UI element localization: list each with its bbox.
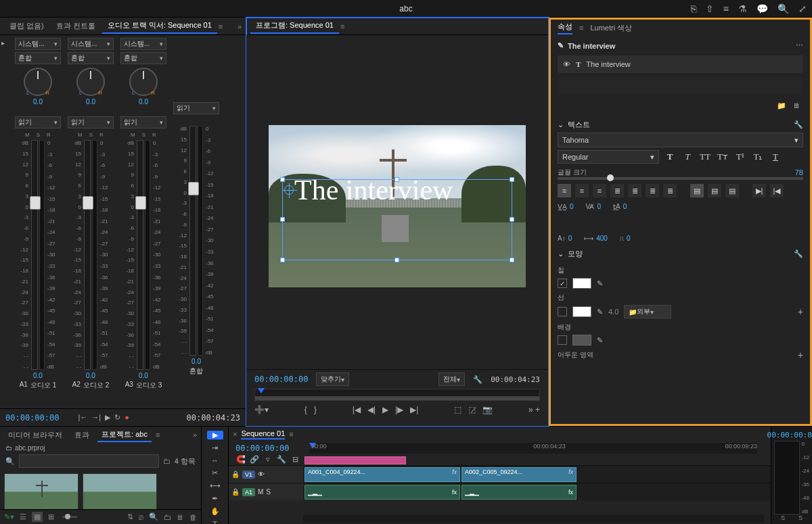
tracking-value[interactable]: 0 [570,203,574,210]
faux-bold-btn[interactable]: T [663,150,677,164]
justify-center-btn[interactable]: ≣ [628,184,641,197]
tab-effects[interactable]: 효과 [70,429,93,442]
find-icon[interactable]: 🔍 [149,513,158,521]
lock-icon[interactable]: 🔒 [231,471,240,478]
close-tab-icon[interactable]: × [233,430,237,438]
play-icon[interactable]: ▶ [105,413,110,422]
justify-right-btn[interactable]: ≣ [646,184,659,197]
extract-icon[interactable]: ⬚̷ [468,405,476,414]
mix-select[interactable]: 혼합 [15,52,61,64]
timeline-timecode[interactable]: 00:00:00:00 [235,444,289,453]
layer-empty-row[interactable] [558,77,803,95]
stroke-width-value[interactable]: 4.0 [608,308,618,316]
tab-lumetri[interactable]: Lumetri 색상 [590,23,632,33]
tab-project[interactable]: 프로젝트: abc [97,428,152,442]
ltr-btn[interactable]: ▶| [752,184,766,197]
volume-fader[interactable] [137,140,143,370]
program-canvas[interactable]: The interview [269,125,526,287]
chat-icon[interactable]: 💬 [757,3,768,14]
track-label-v1[interactable]: V1 [242,471,255,479]
tab-source-none[interactable]: 클립 없음) [4,19,49,33]
project-clip-thumb[interactable] [4,473,78,509]
tab-program[interactable]: 프로그램: Sequence 01 [250,18,339,34]
small-caps-btn[interactable]: Tᴛ [716,150,729,164]
metric-value[interactable]: 0 [627,235,631,242]
bus-select[interactable]: 시스템... [15,38,61,50]
font-size-value[interactable]: 78 [795,168,803,176]
slip-tool[interactable]: ⟷ [207,481,223,490]
subscript-btn[interactable]: T₁ [751,150,765,164]
align-center-btn[interactable]: ≡ [575,184,589,197]
solo-btn[interactable]: S [37,132,40,138]
align-right-btn[interactable]: ≡ [593,184,606,197]
text-top-btn[interactable]: ▤ [690,184,704,197]
justify-left-btn[interactable]: ≣ [610,184,624,197]
font-family-select[interactable]: Tahoma▾ [558,133,803,147]
button-editor-icon[interactable]: » + [528,405,540,414]
leading-value[interactable]: 0 [623,203,627,210]
mix-select[interactable]: 혼합 [120,52,166,64]
mute-icon[interactable]: M [258,488,263,496]
text-section-header[interactable]: ⌄ 텍스트 🔧 [558,117,803,133]
mute-btn[interactable]: M [25,132,30,138]
ripple-tool[interactable]: ↔ [207,456,223,465]
automation-select[interactable]: 읽기 [173,102,219,114]
eyedropper-icon[interactable]: ✎ [597,336,603,345]
zoom-fit-select[interactable]: 맞추기 [316,373,349,386]
stroke-checkbox[interactable] [558,307,567,316]
share-icon[interactable]: ⇧ [706,3,714,14]
solo-r-btn[interactable]: S [798,515,803,521]
font-size-slider[interactable] [558,177,803,180]
record-icon[interactable]: ● [125,413,129,422]
level-value[interactable]: 0.0 [33,372,43,379]
mixer-left-timecode[interactable]: 00:00:00:00 [5,413,59,423]
zoom-slider[interactable] [62,516,77,518]
mix-select[interactable]: 혼합 [68,52,114,64]
icon-view-icon[interactable]: ▦ [32,512,43,522]
go-to-in-icon[interactable]: |← [78,413,87,422]
tab-effect-controls[interactable]: 효과 컨트롤 [51,19,101,33]
automation-select[interactable]: 읽기 [120,116,166,128]
tab-audio-mixer[interactable]: 오디오 트랙 믹서: Sequence 01 [102,18,217,34]
project-clip-thumb[interactable] [83,473,157,509]
go-to-out-icon[interactable]: →| [91,413,101,422]
mark-out-icon[interactable]: } [314,405,317,414]
settings-icon[interactable]: 🔧 [276,455,287,464]
pan-knob[interactable]: LR [76,68,105,96]
panel-menu-icon[interactable]: ≡ [579,24,583,32]
type-tool[interactable]: T [207,520,223,524]
audio-clip[interactable]: ▁▂▁fx [461,485,577,500]
maximize-icon[interactable]: ⤢ [798,3,807,14]
faux-italic-btn[interactable]: T [681,150,694,164]
linked-selection-icon[interactable]: 🔗 [249,455,260,464]
solo-icon[interactable]: S [266,488,271,496]
text-layer-row[interactable]: 👁 T The interview [558,55,803,73]
workspaces-icon[interactable]: ≡ [723,3,729,14]
new-item-icon[interactable]: 🗎 [177,513,184,521]
superscript-btn[interactable]: T¹ [734,150,747,164]
volume-fader[interactable] [31,140,38,370]
playhead-icon[interactable] [309,443,316,448]
pen-tool[interactable]: ✒ [207,494,223,503]
automation-select[interactable]: 읽기 [15,116,61,128]
wrench-icon[interactable]: 🔧 [794,249,803,258]
bus-select[interactable]: 시스템... [120,38,166,50]
new-bin-icon[interactable]: 🗀 [164,513,171,521]
mixer-expand-toggle[interactable]: ▸ [1,38,11,408]
settings-icon[interactable]: 🔧 [473,375,482,384]
panel-dropdown-icon[interactable]: » [238,22,242,30]
wrench-icon[interactable]: 🔧 [794,120,803,129]
graphic-clip[interactable] [304,456,406,465]
toggle-output-icon[interactable]: 👁 [258,471,265,478]
list-view-icon[interactable]: ☰ [20,513,26,521]
program-ruler[interactable] [254,389,540,401]
underline-btn[interactable]: T [769,150,782,164]
automate-to-seq-icon[interactable]: ⎚ [139,513,143,521]
bus-select[interactable]: 시스템... [68,38,114,50]
step-fwd-icon[interactable]: |▶ [395,405,403,414]
tsume-value[interactable]: 400 [596,235,608,242]
resolution-select[interactable]: 전체 [438,373,465,386]
eyedropper-icon[interactable]: ✎ [597,308,603,316]
background-color-swatch[interactable] [572,335,591,346]
fill-color-swatch[interactable] [572,278,591,289]
